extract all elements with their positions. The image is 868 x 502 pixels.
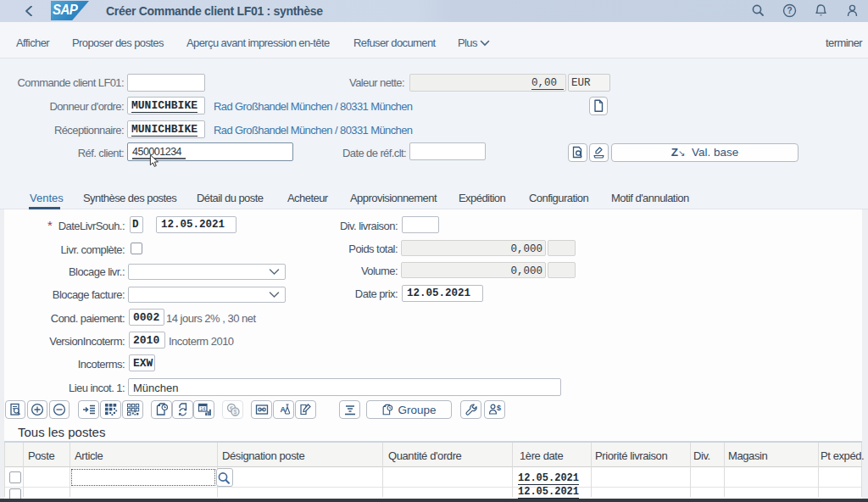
svg-text:?: ? bbox=[787, 6, 792, 15]
svg-text:$: $ bbox=[496, 404, 500, 412]
svg-text:$: $ bbox=[233, 409, 236, 415]
svg-text:14: 14 bbox=[200, 406, 205, 411]
